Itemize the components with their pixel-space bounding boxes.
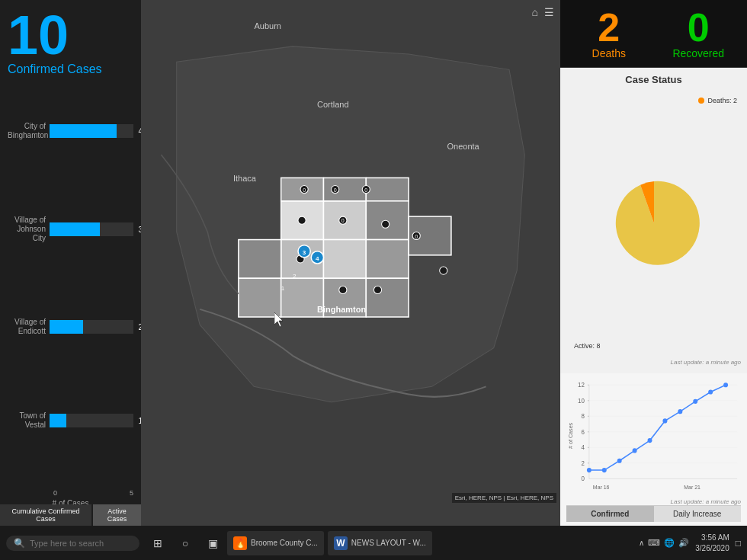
bar-fill <box>50 320 83 334</box>
search-bar[interactable]: 🔍 <box>6 536 139 551</box>
svg-point-19 <box>298 216 306 224</box>
svg-text:3: 3 <box>303 249 306 256</box>
taskbar-search-icon[interactable]: ○ <box>175 533 195 553</box>
svg-text:2: 2 <box>293 273 297 280</box>
svg-rect-9 <box>366 240 409 279</box>
taskbar-right: ∧ ⌨ 🌐 🔊 3:56 AM 3/26/2020 □ <box>639 533 741 554</box>
search-icon: 🔍 <box>14 538 25 549</box>
svg-text:12: 12 <box>578 382 585 389</box>
svg-point-64 <box>587 468 592 472</box>
tab-active-cases[interactable]: Active Cases <box>93 504 141 526</box>
deaths-stat: 2 Deaths <box>564 8 654 59</box>
bar-label: Village of Endicott <box>8 318 50 336</box>
bar-container: 2 <box>50 320 133 334</box>
clock[interactable]: 3:56 AM 3/26/2020 <box>695 533 729 554</box>
pie-chart <box>604 174 704 273</box>
bar-item: Village of Johnson City3 <box>8 216 133 243</box>
svg-text:4: 4 <box>316 255 319 262</box>
map-label-oneonta: Oneonta <box>447 142 479 151</box>
bar-item: Town of Vestal1 <box>8 411 133 430</box>
bar-label: Town of Vestal <box>8 411 50 430</box>
svg-rect-11 <box>239 240 281 279</box>
pie-active-label: Active: 8 <box>574 342 601 350</box>
svg-rect-12 <box>239 278 281 317</box>
svg-point-24 <box>339 286 347 293</box>
svg-point-65 <box>602 468 607 472</box>
svg-rect-39 <box>566 377 741 498</box>
browser-app-label: Broome County C... <box>251 539 318 547</box>
chart-x-axis: 0 5 <box>8 489 133 497</box>
deaths-label: Deaths <box>564 47 654 59</box>
volume-icon[interactable]: 🔊 <box>678 538 689 548</box>
bar-fill <box>50 222 100 236</box>
case-status-title: Case Status <box>566 74 741 85</box>
svg-text:10: 10 <box>578 398 585 405</box>
taskbar-apps: 🔥 Broome County C... W NEWS LAYOUT - W..… <box>227 531 634 555</box>
map-controls[interactable]: ⌂ ☰ <box>532 6 554 18</box>
map-label-binghamton: Binghamton <box>317 305 366 314</box>
svg-text:Mar 21: Mar 21 <box>684 485 701 490</box>
taskbar-app-word[interactable]: W NEWS LAYOUT - W... <box>328 531 432 555</box>
keyboard-icon[interactable]: ⌨ <box>648 538 660 548</box>
x-tick-0: 0 <box>53 489 57 497</box>
deaths-legend-item: Deaths: 2 <box>698 97 737 104</box>
svg-point-66 <box>617 459 622 463</box>
map-area[interactable]: 0 0 0 0 0 3 4 2 1 Auburn Cortland Ithaca… <box>141 0 560 526</box>
tray-up-icon[interactable]: ∧ <box>639 539 644 547</box>
dashboard: 10 Confirmed Cases City of Binghamton4Vi… <box>0 0 747 526</box>
svg-rect-15 <box>366 278 409 317</box>
svg-text:0: 0 <box>415 234 418 240</box>
svg-text:0: 0 <box>334 187 337 194</box>
svg-rect-4 <box>323 240 366 279</box>
bar-chart: City of Binghamton4Village of Johnson Ci… <box>8 88 133 485</box>
taskbar-app-browser[interactable]: 🔥 Broome County C... <box>227 531 324 555</box>
svg-text:2: 2 <box>581 460 585 467</box>
taskbar-task-icon[interactable]: ▣ <box>203 533 223 553</box>
network-icon[interactable]: 🌐 <box>664 538 675 548</box>
bar-label: City of Binghamton <box>8 122 50 140</box>
confirmed-cases-count: 10 <box>8 8 133 62</box>
case-status-panel: Case Status Deaths: 2 Active: 8 La <box>560 68 747 373</box>
notification-icon[interactable]: □ <box>736 538 741 549</box>
browser-icon: 🔥 <box>233 536 247 550</box>
search-input[interactable] <box>30 539 129 548</box>
system-tray: ∧ ⌨ 🌐 🔊 <box>639 538 689 548</box>
line-chart-section: 12 10 8 6 4 2 0 # of Cases Mar 16 Mar 21 <box>560 373 747 526</box>
bottom-tabs: Cumulative Confirmed CasesActive Cases <box>0 504 141 526</box>
svg-text:0: 0 <box>364 187 367 194</box>
svg-point-72 <box>708 389 713 394</box>
home-icon[interactable]: ⌂ <box>532 6 538 18</box>
bar-label: Village of Johnson City <box>8 216 50 243</box>
svg-text:1: 1 <box>281 285 285 292</box>
svg-text:6: 6 <box>581 429 585 436</box>
left-panel: 10 Confirmed Cases City of Binghamton4Vi… <box>0 0 141 526</box>
svg-text:8: 8 <box>581 413 585 420</box>
last-update-line: Last update: a minute ago <box>566 498 741 505</box>
right-panel: 2 Deaths 0 Recovered Case Status <box>560 0 747 526</box>
svg-point-21 <box>382 220 390 228</box>
chart-tabs: Confirmed Daily Increase <box>566 505 741 522</box>
tab-confirmed[interactable]: Confirmed <box>566 506 654 522</box>
list-icon[interactable]: ☰ <box>544 6 554 18</box>
pie-chart-container: Deaths: 2 Active: 8 <box>566 89 741 357</box>
tab-cumulative-confirmed-cases[interactable]: Cumulative Confirmed Cases <box>0 504 91 526</box>
taskbar-start-icon[interactable]: ⊞ <box>148 533 168 553</box>
svg-text:# of Cases: # of Cases <box>568 422 573 449</box>
svg-rect-7 <box>366 178 409 200</box>
map-attribution: Esri, HERE, NPS | Esri, HERE, NPS <box>452 493 556 503</box>
svg-text:4: 4 <box>581 444 585 451</box>
bar-container: 4 <box>50 124 133 138</box>
bar-item: Village of Endicott2 <box>8 318 133 336</box>
word-icon: W <box>334 536 348 550</box>
svg-point-73 <box>723 382 728 387</box>
svg-point-68 <box>648 438 652 443</box>
recovered-count: 0 <box>654 8 744 47</box>
svg-point-26 <box>440 267 447 274</box>
bar-fill <box>50 414 66 427</box>
clock-date: 3/26/2020 <box>695 543 729 554</box>
map-label-ithaca: Ithaca <box>233 174 256 183</box>
svg-text:0: 0 <box>581 475 585 482</box>
tab-daily-increase[interactable]: Daily Increase <box>654 506 742 522</box>
bar-fill <box>50 124 117 138</box>
confirmed-cases-label: Confirmed Cases <box>8 62 133 76</box>
